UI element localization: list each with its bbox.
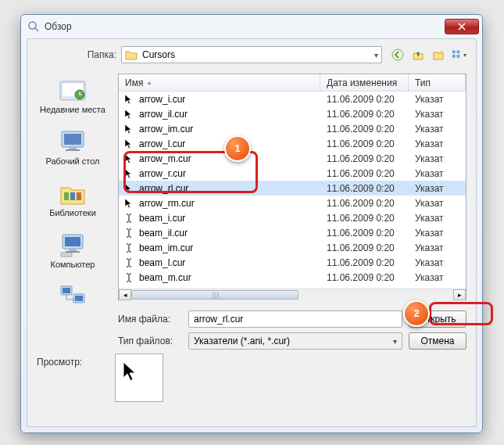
column-header-date[interactable]: Дата изменения [320,74,409,91]
svg-rect-21 [61,253,72,257]
cursor-arrow-icon [123,198,134,209]
place-recent[interactable]: Недавние места [34,74,112,117]
place-libraries[interactable]: Библиотеки [34,177,112,221]
list-header: Имя ▴ Дата изменения Тип [119,74,466,92]
column-name-label: Имя [125,77,143,88]
file-row[interactable]: arrow_l.cur11.06.2009 0:20Указат [119,136,466,151]
svg-point-2 [392,49,403,60]
file-row[interactable]: beam_im.cur11.06.2009 0:20Указат [119,240,466,255]
svg-line-1 [35,28,38,31]
file-row[interactable]: beam_i.cur11.06.2009 0:20Указат [119,210,466,225]
file-list: Имя ▴ Дата изменения Тип arrow_i.cur11.0… [118,74,466,300]
svg-rect-3 [452,50,456,53]
file-date: 11.06.2009 0:20 [320,168,409,179]
libraries-icon [58,180,88,206]
scroll-left-button[interactable]: ◂ [119,289,131,300]
file-type: Указат [409,228,466,239]
file-date: 11.06.2009 0:20 [320,242,409,253]
list-body[interactable]: arrow_i.cur11.06.2009 0:20Указатarrow_il… [119,92,466,289]
ibeam-icon [123,213,134,224]
sort-caret-icon: ▴ [148,79,151,86]
dialog-title: Обзор [45,21,445,32]
file-date: 11.06.2009 0:20 [320,109,409,120]
back-icon [391,48,404,61]
ibeam-icon [123,272,134,283]
svg-rect-6 [457,55,460,58]
up-button[interactable] [410,47,426,63]
svg-rect-4 [457,50,460,53]
svg-rect-13 [66,149,80,151]
back-button[interactable] [390,47,406,63]
cursor-arrow-icon [123,168,134,179]
file-name: arrow_i.cur [139,94,185,105]
chevron-down-icon[interactable]: ▾ [393,337,397,346]
file-date: 11.06.2009 0:20 [320,272,409,283]
close-icon [458,23,466,31]
file-name: beam_i.cur [139,213,185,224]
cancel-button[interactable]: Отмена [409,332,466,350]
new-folder-button[interactable] [431,47,446,63]
file-row[interactable]: beam_m.cur11.06.2009 0:20Указат [119,270,466,285]
open-button-label: Открыть [419,314,456,325]
file-date: 11.06.2009 0:20 [320,213,409,224]
file-row[interactable]: arrow_im.cur11.06.2009 0:20Указат [119,121,466,136]
svg-rect-18 [65,237,80,246]
up-folder-icon [412,48,424,61]
file-type: Указат [409,242,466,253]
views-icon [451,48,463,61]
scroll-track[interactable]: ∣∣∣ [131,289,453,300]
file-name: beam_l.cur [139,257,185,268]
ibeam-icon [123,257,134,268]
file-row[interactable]: arrow_il.cur11.06.2009 0:20Указат [119,106,466,121]
file-date: 11.06.2009 0:20 [320,228,409,239]
ibeam-icon [123,242,134,253]
file-row[interactable]: arrow_rl.cur11.06.2009 0:20Указат [119,181,466,196]
file-name: arrow_l.cur [139,138,185,149]
places-bar: Недавние места Рабочий стол Библиотеки К… [34,74,112,314]
file-row[interactable]: beam_il.cur11.06.2009 0:20Указат [119,225,466,240]
cursor-arrow-icon [123,124,134,135]
scroll-thumb[interactable]: ∣∣∣ [131,290,298,300]
place-network[interactable] [34,280,112,314]
file-type: Указат [409,213,466,224]
chevron-down-icon: ▾ [463,52,466,59]
file-row[interactable]: beam_l.cur11.06.2009 0:20Указат [119,255,466,270]
folder-combo[interactable]: Cursors ▾ [121,46,382,63]
network-icon [58,283,88,310]
preview-box [115,353,163,402]
file-name: arrow_m.cur [139,153,191,164]
chevron-down-icon[interactable]: ▾ [374,51,378,59]
horizontal-scrollbar: ◂ ∣∣∣ ▸ [119,289,466,300]
toolbar-icons: ▾ [387,47,466,63]
scroll-right-button[interactable]: ▸ [453,289,466,300]
file-row[interactable]: arrow_r.cur11.06.2009 0:20Указат [119,166,466,181]
file-name: arrow_rm.cur [139,198,195,209]
file-date: 11.06.2009 0:20 [320,153,409,164]
column-header-type[interactable]: Тип [409,74,466,91]
file-date: 11.06.2009 0:20 [320,198,409,209]
file-type: Указат [409,183,466,194]
svg-point-0 [29,22,36,29]
file-name: arrow_r.cur [139,168,186,179]
folder-icon [125,49,138,60]
place-computer[interactable]: Компьютер [34,228,112,272]
svg-rect-23 [63,288,70,293]
file-row[interactable]: arrow_m.cur11.06.2009 0:20Указат [119,151,466,166]
close-button[interactable] [445,19,479,34]
file-name: arrow_im.cur [139,124,193,135]
recent-places-icon [58,77,88,103]
filetype-combo[interactable]: Указатели (*.ani, *.cur) ▾ [188,332,402,350]
views-button[interactable]: ▾ [451,47,466,63]
desktop-icon [58,128,88,155]
place-desktop[interactable]: Рабочий стол [34,125,112,169]
grip-icon: ∣∣∣ [212,291,219,298]
file-row[interactable]: arrow_i.cur11.06.2009 0:20Указат [119,92,466,106]
file-type: Указат [409,138,466,149]
svg-rect-12 [69,147,77,149]
place-label: Компьютер [51,260,95,269]
preview-row: Просмотр: [37,357,466,369]
open-button[interactable]: Открыть [409,310,466,328]
file-row[interactable]: arrow_rm.cur11.06.2009 0:20Указат [119,196,466,210]
filename-input[interactable] [194,314,397,325]
column-header-name[interactable]: Имя ▴ [119,74,320,91]
